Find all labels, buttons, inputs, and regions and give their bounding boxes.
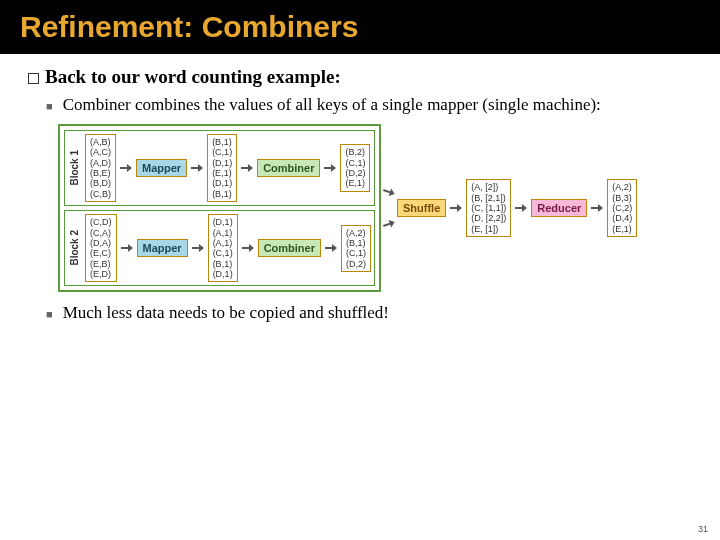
content-area: Back to our word counting example: ■ Com… bbox=[0, 54, 720, 344]
arrow-icon bbox=[120, 165, 132, 171]
sub-bullet-icon: ■ bbox=[46, 308, 53, 320]
arrow-icon bbox=[382, 219, 395, 229]
arrow-icon bbox=[192, 245, 204, 251]
arrow-icon bbox=[325, 245, 337, 251]
arrow-icon bbox=[324, 165, 336, 171]
bullet-2-text: Much less data needs to be copied and sh… bbox=[63, 302, 389, 324]
block-1-row: Block 1 (A,B) (A,C) (A,D) (B,E) (B,D) (C… bbox=[64, 130, 375, 206]
block-2-combout: (A,2) (B,1) (C,1) (D,2) bbox=[341, 225, 371, 272]
block-1-label: Block 1 bbox=[68, 150, 81, 186]
pipeline-diagram: Block 1 (A,B) (A,C) (A,D) (B,E) (B,D) (C… bbox=[58, 124, 692, 292]
shuffle-output: (A, [2]) (B, [2,1]) (C, [1,1]) (D, [2,2]… bbox=[466, 179, 511, 237]
block-1-combout: (B,2) (C,1) (D,2) (E,1) bbox=[340, 144, 370, 191]
arrow-icon bbox=[191, 165, 203, 171]
slide-title: Refinement: Combiners bbox=[20, 10, 700, 44]
mapper-box-2: Mapper bbox=[137, 239, 188, 257]
heading-text: Back to our word counting example: bbox=[45, 66, 341, 87]
block-2-mapout: (D,1) (A,1) (A,1) (C,1) (B,1) (D,1) bbox=[208, 214, 238, 282]
arrow-icon bbox=[121, 245, 133, 251]
sub-bullet-icon: ■ bbox=[46, 100, 53, 112]
block-2-row: Block 2 (C,D) (C,A) (D,A) (E,C) (E,B) (E… bbox=[64, 210, 375, 286]
combiner-box-2: Combiner bbox=[258, 239, 321, 257]
bullet-1: ■ Combiner combines the values of all ke… bbox=[46, 94, 692, 116]
reducer-output: (A,2) (B,3) (C,2) (D,4) (E,1) bbox=[607, 179, 637, 237]
block-1-input: (A,B) (A,C) (A,D) (B,E) (B,D) (C,B) bbox=[85, 134, 116, 202]
square-bullet-icon bbox=[28, 73, 39, 84]
block-2-input: (C,D) (C,A) (D,A) (E,C) (E,B) (E,D) bbox=[85, 214, 117, 282]
arrow-icon bbox=[450, 205, 462, 211]
bullet-1-text: Combiner combines the values of all keys… bbox=[63, 94, 601, 116]
merge-arrows bbox=[383, 189, 395, 227]
combiner-box-1: Combiner bbox=[257, 159, 320, 177]
reducer-box: Reducer bbox=[531, 199, 587, 217]
mapper-box-1: Mapper bbox=[136, 159, 187, 177]
heading-row: Back to our word counting example: bbox=[28, 66, 692, 88]
page-number: 31 bbox=[698, 524, 708, 534]
arrow-icon bbox=[515, 205, 527, 211]
block-1-mapout: (B,1) (C,1) (D,1) (E,1) (D,1) (B,1) bbox=[207, 134, 237, 202]
arrow-icon bbox=[382, 187, 395, 197]
blocks-group: Block 1 (A,B) (A,C) (A,D) (B,E) (B,D) (C… bbox=[58, 124, 381, 292]
block-2-label: Block 2 bbox=[68, 230, 81, 266]
bullet-2: ■ Much less data needs to be copied and … bbox=[46, 302, 692, 324]
arrow-icon bbox=[591, 205, 603, 211]
shuffle-box: Shuffle bbox=[397, 199, 446, 217]
arrow-icon bbox=[242, 245, 254, 251]
title-bar: Refinement: Combiners bbox=[0, 0, 720, 54]
after-shuffle-group: Shuffle (A, [2]) (B, [2,1]) (C, [1,1]) (… bbox=[397, 179, 637, 237]
arrow-icon bbox=[241, 165, 253, 171]
